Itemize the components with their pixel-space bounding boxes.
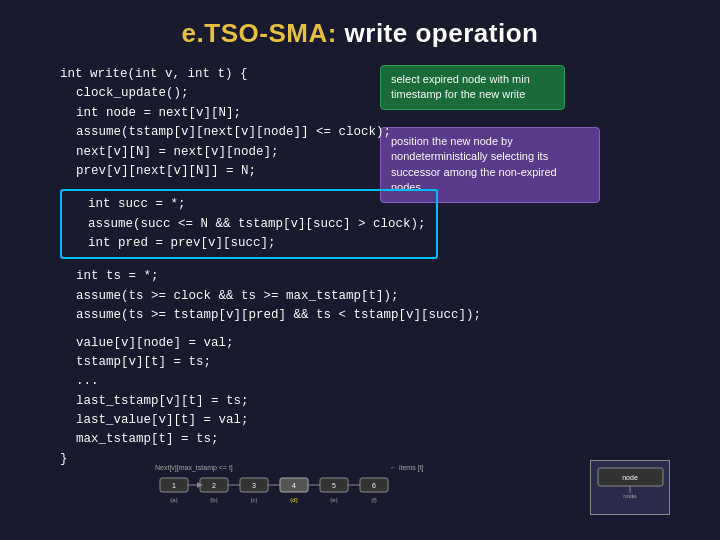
svg-text:6: 6 bbox=[372, 482, 376, 489]
code-val-5: last_value[v][t] = val; bbox=[60, 411, 700, 430]
svg-text:(b): (b) bbox=[210, 497, 217, 503]
succ-block: int succ = *; assume(succ <= N && tstamp… bbox=[60, 189, 700, 259]
title-suffix: write operation bbox=[337, 18, 539, 48]
node-diagram-right: node node bbox=[590, 460, 670, 515]
succ-highlight-box: int succ = *; assume(succ <= N && tstamp… bbox=[60, 189, 438, 259]
code-val-6: max_tstamp[t] = ts; bbox=[60, 430, 700, 449]
svg-text:node: node bbox=[622, 474, 638, 481]
content-area: select expired node with min timestamp f… bbox=[60, 65, 700, 530]
svg-text:(f): (f) bbox=[371, 497, 377, 503]
svg-text:1: 1 bbox=[172, 482, 176, 489]
svg-text:(e): (e) bbox=[330, 497, 337, 503]
code-ts-1: int ts = *; bbox=[60, 267, 700, 286]
code-line-4: assume(tstamp[v][next[v][node]] <= clock… bbox=[60, 123, 700, 142]
code-val-3: ... bbox=[60, 372, 700, 391]
svg-text:(d): (d) bbox=[290, 497, 297, 503]
svg-text:← items [t]: ← items [t] bbox=[390, 464, 424, 472]
ts-block: int ts = *; assume(ts >= clock && ts >= … bbox=[60, 267, 700, 325]
code-line-3: int node = next[v][N]; bbox=[60, 104, 700, 123]
svg-text:3: 3 bbox=[252, 482, 256, 489]
code-line-6: prev[v][next[v][N]] = N; bbox=[60, 162, 700, 181]
svg-text:node: node bbox=[623, 493, 637, 499]
code-succ-1: int succ = *; bbox=[72, 195, 426, 214]
code-block-main: int write(int v, int t) { clock_update()… bbox=[60, 65, 700, 469]
value-block: value[v][node] = val; tstamp[v][t] = ts;… bbox=[60, 334, 700, 450]
code-val-4: last_tstamp[v][t] = ts; bbox=[60, 392, 700, 411]
diagram-svg: Next[v][max_tstamp <= t] ← items [t] 1 2… bbox=[150, 460, 570, 515]
svg-text:(c): (c) bbox=[251, 497, 258, 503]
title-prefix: e.TSO-SMA: bbox=[182, 18, 337, 48]
slide: e.TSO-SMA: write operation select expire… bbox=[0, 0, 720, 540]
code-succ-2: assume(succ <= N && tstamp[v][succ] > cl… bbox=[72, 215, 426, 234]
svg-text:Next[v][max_tstamp <= t]: Next[v][max_tstamp <= t] bbox=[155, 464, 233, 472]
code-ts-2: assume(ts >= clock && ts >= max_tstamp[t… bbox=[60, 287, 700, 306]
svg-text:2: 2 bbox=[212, 482, 216, 489]
svg-text:5: 5 bbox=[332, 482, 336, 489]
code-line-1: int write(int v, int t) { bbox=[60, 65, 700, 84]
node-detail-svg: node node bbox=[593, 463, 668, 513]
svg-text:4: 4 bbox=[292, 482, 296, 489]
bottom-diagram: Next[v][max_tstamp <= t] ← items [t] 1 2… bbox=[150, 460, 570, 515]
code-val-1: value[v][node] = val; bbox=[60, 334, 700, 353]
svg-text:(a): (a) bbox=[170, 497, 177, 503]
slide-title: e.TSO-SMA: write operation bbox=[0, 0, 720, 59]
code-ts-3: assume(ts >= tstamp[v][pred] && ts < tst… bbox=[60, 306, 700, 325]
code-val-2: tstamp[v][t] = ts; bbox=[60, 353, 700, 372]
code-line-5: next[v][N] = next[v][node]; bbox=[60, 143, 700, 162]
code-succ-3: int pred = prev[v][succ]; bbox=[72, 234, 426, 253]
code-line-2: clock_update(); bbox=[60, 84, 700, 103]
